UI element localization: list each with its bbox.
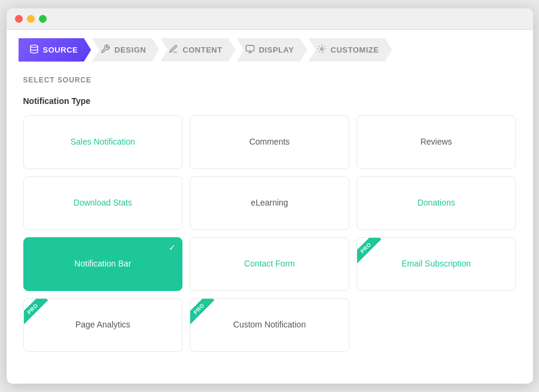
card-sales-notification[interactable]: Sales Notification	[23, 115, 183, 169]
svg-rect-1	[246, 45, 254, 51]
nav-step-content[interactable]: CONTENT	[160, 38, 235, 62]
pro-badge	[24, 299, 55, 330]
card-label: eLearning	[251, 197, 288, 209]
nav-bar: SOURCEDESIGNCONTENTDISPLAYCUSTOMIZE	[7, 30, 533, 62]
card-label: Donations	[418, 197, 455, 209]
minimize-button[interactable]	[27, 15, 35, 23]
card-label: Contact Form	[244, 258, 295, 270]
card-elearning[interactable]: eLearning	[190, 176, 349, 230]
nav-step-display[interactable]: DISPLAY	[237, 38, 307, 62]
content-icon	[169, 44, 178, 56]
card-email-subscription[interactable]: Email Subscription	[357, 237, 516, 291]
card-donations[interactable]: Donations	[357, 176, 516, 230]
content-area: SELECT SOURCE Notification Type Sales No…	[7, 62, 533, 384]
source-icon	[29, 44, 39, 56]
card-label: Sales Notification	[71, 136, 135, 148]
pro-badge	[190, 299, 221, 330]
pro-badge	[357, 238, 388, 269]
nav-step-label: CONTENT	[182, 45, 222, 54]
card-label: Reviews	[421, 136, 452, 148]
app-window: SOURCEDESIGNCONTENTDISPLAYCUSTOMIZE SELE…	[7, 8, 533, 384]
nav-step-label: CUSTOMIZE	[331, 45, 379, 54]
nav-step-label: DESIGN	[114, 45, 146, 54]
design-icon	[101, 44, 110, 56]
close-button[interactable]	[15, 15, 23, 23]
check-badge: ✓	[163, 238, 182, 257]
card-comments[interactable]: Comments	[190, 115, 349, 169]
section-title: SELECT SOURCE	[23, 76, 516, 84]
card-grid: Sales NotificationCommentsReviewsDownloa…	[23, 115, 516, 352]
nav-step-source[interactable]: SOURCE	[19, 38, 92, 62]
card-label: Email Subscription	[401, 258, 471, 270]
customize-icon	[317, 44, 327, 56]
card-label: Download Stats	[74, 197, 132, 209]
card-notification-bar[interactable]: Notification Bar✓	[23, 237, 183, 291]
nav-step-label: DISPLAY	[259, 45, 294, 54]
display-icon	[245, 44, 255, 56]
svg-point-4	[321, 48, 323, 50]
card-reviews[interactable]: Reviews	[357, 115, 516, 169]
card-download-stats[interactable]: Download Stats	[23, 176, 183, 230]
card-label: Custom Notification	[233, 319, 306, 331]
maximize-button[interactable]	[39, 15, 47, 23]
card-label: Notification Bar	[74, 258, 131, 270]
nav-step-customize[interactable]: CUSTOMIZE	[309, 38, 392, 62]
nav-step-label: SOURCE	[43, 45, 78, 54]
notification-type-label: Notification Type	[23, 96, 516, 106]
card-page-analytics[interactable]: Page Analytics	[23, 298, 183, 352]
card-label: Comments	[249, 136, 290, 148]
card-custom-notification[interactable]: Custom Notification	[190, 298, 349, 352]
nav-step-design[interactable]: DESIGN	[92, 38, 159, 62]
svg-point-0	[31, 45, 38, 47]
titlebar	[7, 8, 533, 30]
card-label: Page Analytics	[75, 319, 130, 331]
card-contact-form[interactable]: Contact Form	[190, 237, 349, 291]
